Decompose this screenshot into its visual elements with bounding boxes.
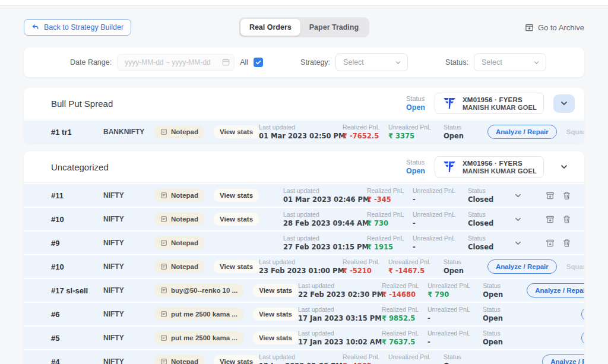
notepad-button[interactable]: Notepad [154,260,204,273]
row-actions: Analyze / Repair Square Off All [483,125,584,139]
section-header: Uncategorized Status Open XM01956 · FYER… [24,151,584,183]
status-value: Open [444,267,474,275]
strategy-section: Bull Put Spread Status Open XM01956 · FY… [24,88,584,143]
expand-row-chevron[interactable] [508,216,528,223]
order-row: #1 tr1 BANKNIFTY Notepad View stats Last… [24,119,584,143]
last-updated-cell: Last updated 12 Jan 2023 05:30 PM [259,353,334,364]
order-id: #17 sl-sell [51,286,94,295]
chevron-down-icon [560,99,568,107]
archive-link-label: Go to Archive [538,23,584,32]
analyze-repair-button[interactable]: Analyze / Repair [527,283,584,297]
notepad-button[interactable]: Notepad [154,213,204,226]
go-to-archive-link[interactable]: Go to Archive [525,23,584,32]
last-updated-value: 27 Feb 2023 01:15 PM [283,243,358,251]
section-status: Status Open [406,159,425,175]
notepad-icon [160,358,167,364]
order-symbol: BANKNIFTY [103,128,145,136]
all-label: All [240,58,248,67]
tab-paper-trading[interactable]: Paper Trading [300,19,368,36]
order-row: #17 sl-sell NIFTY buy@50--renko 10 ... V… [24,278,584,302]
broker-account-badge[interactable]: XM01956 · FYERS MANISH KUMAR GOEL [435,156,544,178]
analyze-repair-button[interactable]: Analyze / Repair [487,125,557,139]
realized-pnl-cell: Realized PnL ₹ -7652.5 [343,124,379,140]
last-updated-cell: Last updated 01 Mar 2023 02:46 PM [283,187,358,204]
realized-pnl-cell: Realized PnL ₹ 9852.5 [382,306,419,322]
back-to-strategy-builder-button[interactable]: Back to Strategy Builder [24,19,131,36]
status-value: Closed [468,219,499,227]
view-stats-button[interactable]: View stats [214,260,259,273]
date-range-input[interactable] [117,54,235,71]
tab-real-orders[interactable]: Real Orders [240,19,300,36]
notepad-label: Notepad [171,358,198,364]
status-cell: Status Open [483,282,514,299]
collapse-section-button[interactable] [553,94,575,113]
analyze-repair-button[interactable]: Analyze / Repair [487,259,557,274]
archive-order-icon[interactable] [546,239,555,248]
realized-value: ₹ -7652.5 [343,132,379,140]
page-header: Back to Strategy Builder Real Orders Pap… [24,18,584,37]
delete-order-icon[interactable] [562,239,571,248]
realized-value: ₹ 1915 [367,243,404,251]
notepad-button[interactable]: Notepad [154,355,204,364]
analyze-repair-button[interactable]: Analyze / Repair [581,331,584,345]
square-off-all-button[interactable]: Square Off All [566,263,584,270]
row-icon-actions [537,239,571,248]
unrealized-value: - [428,314,474,322]
unrealized-pnl-cell: Unrealized PnL - [413,211,459,227]
order-row: #11 NIFTY Notepad View stats Last update… [24,183,584,207]
check-icon [255,59,261,65]
notepad-button[interactable]: put me 2500 kama ... [154,331,243,344]
status-value: Open [483,314,514,322]
view-stats-button[interactable]: View stats [253,331,298,344]
view-stats-button[interactable]: View stats [214,355,259,364]
view-stats-label: View stats [220,216,253,223]
archive-box-icon [525,23,534,32]
row-actions: Analyze / Repair [483,354,584,364]
chevron-down-icon [395,59,401,66]
view-stats-button[interactable]: View stats [253,284,298,297]
status-filter: Status: Select [445,53,546,71]
analyze-repair-button[interactable]: Analyze / Repair [581,307,584,321]
notepad-label: Notepad [171,128,198,135]
last-updated-cell: Last updated 17 Jan 2023 10:02 AM [298,330,373,346]
broker-account-badge[interactable]: XM01956 · FYERS MANISH KUMAR GOEL [435,93,544,114]
realized-value: ₹ -5210 [343,267,379,275]
strategy-select[interactable]: Select [335,53,408,71]
realized-pnl-cell: Realized PnL ₹ -14680 [382,282,419,299]
expand-row-chevron[interactable] [508,239,528,247]
row-actions: Analyze / Repair [522,307,584,321]
view-stats-button[interactable]: View stats [214,189,259,202]
unrealized-value: - [428,338,474,346]
view-stats-button[interactable]: View stats [214,125,259,138]
archive-order-icon[interactable] [546,191,555,200]
all-checkbox[interactable] [254,58,263,67]
collapse-section-button[interactable] [553,158,575,176]
realized-value: ₹ 730 [367,219,404,227]
order-symbol: NIFTY [103,310,145,318]
realized-value: ₹ 9852.5 [382,314,419,322]
realized-value: ₹ -4265 [343,362,379,364]
notepad-button[interactable]: Notepad [154,236,204,249]
delete-order-icon[interactable] [562,215,571,224]
top-strip [0,0,608,6]
notepad-button[interactable]: put me 2500 kama ... [154,308,243,321]
order-symbol: NIFTY [103,191,145,200]
realized-pnl-cell: Realized PnL ₹ -345 [367,187,404,204]
status-select[interactable]: Select [474,53,546,71]
notepad-button[interactable]: Notepad [154,189,204,202]
unrealized-value: - [413,219,459,227]
archive-order-icon[interactable] [546,215,555,224]
view-stats-button[interactable]: View stats [253,308,298,321]
analyze-repair-button[interactable]: Analyze / Repair [542,354,584,364]
status-cell: Status Open [444,124,474,140]
notepad-button[interactable]: buy@50--renko 10 ... [154,284,243,297]
view-stats-button[interactable]: View stats [214,213,259,226]
delete-order-icon[interactable] [562,191,571,200]
uncategorized-section: Uncategorized Status Open XM01956 · FYER… [24,151,584,364]
square-off-all-button[interactable]: Square Off All [566,128,584,135]
unrealized-value: ₹ 3375 [388,132,435,140]
expand-row-chevron[interactable] [508,192,528,200]
order-row: #9 NIFTY Notepad Last updated 27 Feb 202… [24,230,584,254]
notepad-button[interactable]: Notepad [154,125,204,138]
view-stats-label: View stats [220,192,253,199]
